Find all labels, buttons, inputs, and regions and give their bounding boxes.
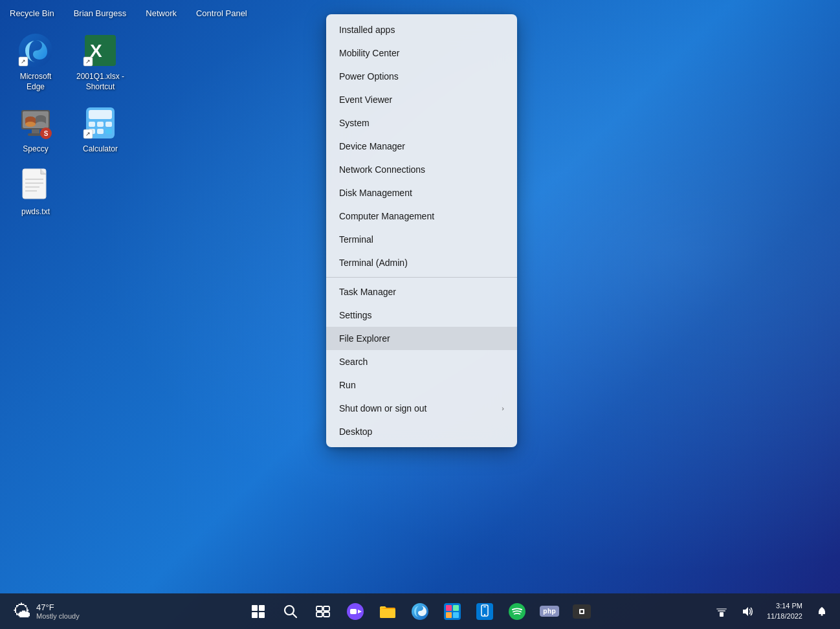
taskbar-search-button[interactable] [276, 597, 305, 626]
svg-point-14 [36, 122, 46, 127]
edge-taskbar-icon [411, 602, 429, 621]
phone-link-icon [476, 602, 494, 621]
svg-marker-59 [743, 607, 748, 616]
menu-item-mobility-center[interactable]: Mobility Center [326, 41, 517, 65]
svg-rect-15 [32, 129, 39, 133]
more-button[interactable] [568, 597, 596, 626]
store-icon [443, 602, 461, 621]
menu-item-power-options[interactable]: Power Options [326, 65, 517, 88]
desktop-label-network[interactable]: Network [146, 8, 177, 18]
weather-temp: 47°F [36, 602, 80, 612]
svg-rect-25 [97, 129, 104, 134]
svg-rect-38 [316, 612, 322, 617]
volume-tray-icon[interactable] [736, 600, 759, 623]
weather-icon: 🌤 [13, 601, 31, 622]
php-button[interactable]: php [535, 597, 564, 626]
system-clock[interactable]: 3:14 PM 11/18/2022 [762, 601, 808, 621]
store-taskbar-button[interactable] [438, 597, 467, 626]
svg-line-35 [293, 613, 297, 617]
svg-text:↗: ↗ [21, 58, 26, 65]
network-tray-icon[interactable] [710, 600, 733, 623]
windows-start-icon [252, 605, 265, 618]
menu-item-computer-management[interactable]: Computer Management [326, 204, 517, 228]
taskview-icon [316, 604, 330, 619]
menu-item-system[interactable]: System [326, 111, 517, 135]
notification-icon[interactable] [810, 600, 834, 623]
svg-rect-44 [380, 609, 395, 618]
desktop-icon-row-2: pwds.txt [10, 168, 126, 217]
svg-rect-39 [324, 612, 329, 617]
menu-item-search[interactable]: Search [326, 350, 517, 373]
svg-rect-47 [446, 605, 452, 611]
taskbar-center: php [244, 597, 596, 626]
svg-point-53 [484, 613, 485, 615]
desktop-icon-calculator[interactable]: ↗ Calculator [74, 105, 126, 155]
menu-item-run[interactable]: Run [326, 373, 517, 397]
weather-text: 47°F Mostly cloudy [36, 602, 80, 620]
notification-bell-icon [817, 606, 827, 617]
desktop-icon-microsoft-edge[interactable]: ↗ MicrosoftEdge [10, 32, 61, 92]
desktop-icon-row-0: ↗ MicrosoftEdge X ↗ 2001Q1.xlsx -Shortcu… [10, 32, 126, 92]
svg-text:S: S [44, 130, 49, 137]
phone-link-button[interactable] [470, 597, 499, 626]
spotify-icon [508, 602, 526, 621]
more-badge [573, 604, 591, 619]
desktop-icon-pwds-txt[interactable]: pwds.txt [10, 168, 61, 217]
network-icon [716, 606, 727, 617]
menu-item-terminal[interactable]: Terminal [326, 228, 517, 251]
desktop-label-recycle-bin[interactable]: Recycle Bin [10, 8, 54, 18]
menu-item-desktop[interactable]: Desktop [326, 420, 517, 443]
svg-rect-51 [476, 603, 493, 620]
menu-item-event-viewer[interactable]: Event Viewer [326, 88, 517, 111]
desktop-icon-row-1: S Speccy [10, 105, 126, 155]
svg-rect-37 [324, 606, 329, 611]
excel-icon-image: X ↗ [82, 32, 118, 69]
svg-rect-36 [316, 606, 322, 611]
taskbar: 🌤 47°F Mostly cloudy [0, 593, 840, 629]
svg-rect-49 [446, 612, 452, 618]
menu-item-installed-apps[interactable]: Installed apps [326, 18, 517, 41]
desktop-label-control-panel[interactable]: Control Panel [196, 8, 247, 18]
taskbar-right: 3:14 PM 11/18/2022 [710, 600, 834, 623]
menu-item-device-manager[interactable]: Device Manager [326, 135, 517, 158]
svg-rect-48 [453, 605, 459, 611]
calculator-icon-image: ↗ [82, 105, 118, 141]
weather-widget[interactable]: 🌤 47°F Mostly cloudy [6, 598, 86, 624]
meet-now-button[interactable] [341, 597, 370, 626]
desktop-icon-speccy[interactable]: S Speccy [10, 105, 61, 155]
menu-item-network-connections[interactable]: Network Connections [326, 158, 517, 181]
svg-rect-26 [105, 129, 112, 134]
desktop: Recycle Bin Brian Burgess Network Contro… [0, 0, 840, 629]
svg-text:↗: ↗ [85, 58, 91, 65]
desktop-label-brian-burgess[interactable]: Brian Burgess [74, 8, 127, 18]
excel-icon-label: 2001Q1.xlsx -Shortcut [76, 72, 124, 92]
speccy-icon-image: S [17, 105, 54, 141]
menu-item-file-explorer[interactable]: File Explorer [326, 327, 517, 350]
start-button[interactable] [244, 597, 272, 626]
svg-rect-23 [105, 122, 112, 127]
taskview-button[interactable] [309, 597, 337, 626]
volume-icon [742, 606, 753, 617]
desktop-icon-excel[interactable]: X ↗ 2001Q1.xlsx -Shortcut [74, 32, 126, 92]
svg-rect-21 [89, 122, 95, 127]
menu-item-terminal-admin[interactable]: Terminal (Admin) [326, 251, 517, 274]
php-badge: php [540, 606, 559, 617]
menu-item-disk-management[interactable]: Disk Management [326, 181, 517, 204]
pwds-txt-icon-label: pwds.txt [21, 207, 50, 217]
svg-rect-54 [483, 606, 486, 608]
weather-desc: Mostly cloudy [36, 612, 80, 620]
spotify-button[interactable] [503, 597, 531, 626]
meet-now-icon [346, 602, 364, 621]
menu-item-shut-down[interactable]: Shut down or sign out › [326, 397, 517, 420]
clock-date: 11/18/2022 [767, 612, 802, 621]
svg-point-55 [509, 603, 525, 620]
menu-item-task-manager[interactable]: Task Manager [326, 280, 517, 303]
shut-down-arrow-icon: › [502, 404, 504, 412]
file-explorer-icon [379, 602, 397, 621]
svg-rect-57 [718, 610, 725, 612]
file-explorer-taskbar-button[interactable] [373, 597, 402, 626]
svg-rect-20 [89, 110, 112, 119]
edge-taskbar-button[interactable] [406, 597, 434, 626]
taskbar-left: 🌤 47°F Mostly cloudy [6, 598, 86, 624]
menu-item-settings[interactable]: Settings [326, 303, 517, 327]
